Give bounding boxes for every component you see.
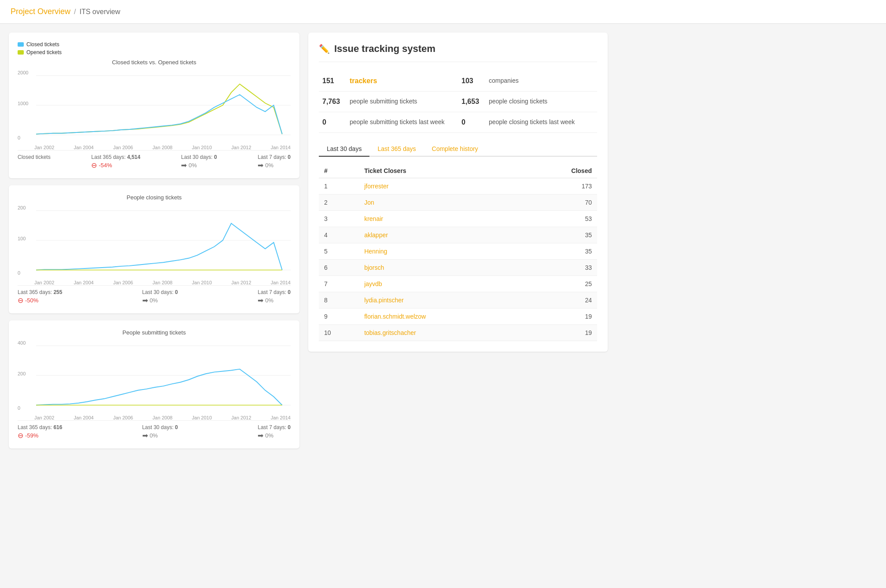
cell-closed: 53 bbox=[525, 211, 597, 227]
y-label-200: 200 bbox=[18, 205, 26, 210]
its-stat-desc-closers: people closing tickets bbox=[489, 98, 547, 105]
val-last7-submitting: 0 bbox=[288, 424, 291, 430]
its-icon: ✏️ bbox=[319, 44, 330, 54]
val-last7-tickets: 0 bbox=[288, 154, 291, 160]
closer-link[interactable]: Jon bbox=[364, 199, 374, 206]
legend-opened: Opened tickets bbox=[18, 49, 291, 55]
its-stat-closers-week: 0 people closing tickets last week bbox=[458, 112, 597, 133]
col-name: Ticket Closers bbox=[359, 164, 525, 178]
cell-rank: 6 bbox=[319, 260, 359, 276]
cell-rank: 5 bbox=[319, 243, 359, 260]
cell-name: bjorsch bbox=[359, 260, 525, 276]
cell-rank: 1 bbox=[319, 178, 359, 195]
chart-legend: Closed tickets Opened tickets bbox=[18, 41, 291, 55]
legend-closed-label: Closed tickets bbox=[26, 41, 59, 48]
arrow-down-icon: ⊖ bbox=[91, 161, 97, 169]
table-row: 8lydia.pintscher24 bbox=[319, 292, 597, 309]
y-label-0: 0 bbox=[18, 135, 20, 140]
closer-link[interactable]: krenair bbox=[364, 215, 383, 222]
cell-rank: 10 bbox=[319, 325, 359, 341]
col-rank: # bbox=[319, 164, 359, 178]
table-row: 5Henning35 bbox=[319, 243, 597, 260]
its-stat-desc-submitters: people submitting tickets bbox=[350, 98, 417, 105]
closer-link[interactable]: jforrester bbox=[364, 183, 388, 190]
arrow-neutral-icon: ➡ bbox=[181, 161, 187, 169]
table-row: 6bjorsch33 bbox=[319, 260, 597, 276]
tab-last365[interactable]: Last 365 days bbox=[369, 142, 424, 157]
cell-closed: 19 bbox=[525, 309, 597, 325]
its-title-text: Issue tracking system bbox=[334, 43, 436, 55]
its-title: ✏️ Issue tracking system bbox=[319, 43, 597, 62]
val-last7-closing: 0 bbox=[288, 289, 291, 295]
submitting-chart-card: People submitting tickets 400 200 0 Jan … bbox=[9, 320, 299, 448]
arrow-neutral-closing: ➡ bbox=[142, 296, 148, 305]
closer-link[interactable]: tobias.gritschacher bbox=[364, 329, 416, 336]
left-panel: Closed tickets Opened tickets Closed tic… bbox=[9, 33, 299, 448]
change-365-tickets: -54% bbox=[99, 162, 112, 169]
table-row: 2Jon70 bbox=[319, 195, 597, 211]
main-layout: Closed tickets Opened tickets Closed tic… bbox=[0, 24, 617, 457]
its-stat-desc-closers-week: people closing tickets last week bbox=[489, 118, 575, 125]
closer-link[interactable]: aklapper bbox=[364, 232, 388, 239]
breadcrumb-project-link[interactable]: Project Overview bbox=[11, 7, 70, 16]
arrow-down-submitting: ⊖ bbox=[18, 431, 23, 440]
its-stat-num-companies: 103 bbox=[461, 77, 484, 85]
change-30-closing: 0% bbox=[150, 297, 158, 304]
y-label-400: 400 bbox=[18, 340, 26, 345]
stat-label-closed: Closed tickets bbox=[18, 154, 51, 160]
legend-closed-dot bbox=[18, 42, 24, 47]
closer-link[interactable]: Henning bbox=[364, 248, 387, 255]
closers-header-row: # Ticket Closers Closed bbox=[319, 164, 597, 178]
its-card: ✏️ Issue tracking system 151 trackers 10… bbox=[308, 33, 608, 352]
its-stat-num-closers: 1,653 bbox=[461, 98, 484, 106]
its-stat-link-trackers[interactable]: trackers bbox=[350, 77, 377, 85]
tickets-xaxis: Jan 2002 Jan 2004 Jan 2006 Jan 2008 Jan … bbox=[18, 145, 291, 150]
cell-closed: 24 bbox=[525, 292, 597, 309]
closing-chart-card: People closing tickets 200 100 0 Jan 200… bbox=[9, 185, 299, 313]
cell-closed: 19 bbox=[525, 325, 597, 341]
cell-closed: 173 bbox=[525, 178, 597, 195]
arrow-neutral-closing-2: ➡ bbox=[258, 296, 263, 305]
val-last365-submitting: 616 bbox=[53, 424, 62, 430]
tickets-svg bbox=[36, 70, 291, 143]
tab-last30[interactable]: Last 30 days bbox=[319, 142, 369, 157]
change-365-submitting: -59% bbox=[25, 432, 38, 439]
table-row: 4aklapper35 bbox=[319, 227, 597, 243]
stat-last30-submitting: Last 30 days: 0 ➡ 0% bbox=[142, 424, 178, 440]
cell-closed: 25 bbox=[525, 276, 597, 292]
closer-link[interactable]: lydia.pintscher bbox=[364, 297, 404, 304]
arrow-neutral-submitting: ➡ bbox=[142, 431, 148, 440]
closing-svg bbox=[36, 205, 291, 278]
cell-closed: 35 bbox=[525, 227, 597, 243]
header: Project Overview / ITS overview bbox=[0, 0, 886, 24]
arrow-neutral-submitting-2: ➡ bbox=[258, 431, 263, 440]
cell-closed: 35 bbox=[525, 243, 597, 260]
val-last30-tickets: 0 bbox=[214, 154, 217, 160]
its-stat-num-trackers: 151 bbox=[322, 77, 344, 85]
table-row: 9florian.schmidt.welzow19 bbox=[319, 309, 597, 325]
closing-line bbox=[36, 224, 282, 270]
closing-xaxis: Jan 2002 Jan 2004 Jan 2006 Jan 2008 Jan … bbox=[18, 280, 291, 285]
cell-rank: 8 bbox=[319, 292, 359, 309]
y-label-1000: 1000 bbox=[18, 101, 28, 106]
y-label-2000: 2000 bbox=[18, 70, 28, 75]
its-stat-num-submitters: 7,763 bbox=[322, 98, 344, 106]
its-stat-desc-companies: companies bbox=[489, 77, 519, 84]
closer-link[interactable]: jayvdb bbox=[364, 280, 382, 287]
cell-name: Jon bbox=[359, 195, 525, 211]
closers-table-head: # Ticket Closers Closed bbox=[319, 164, 597, 178]
stat-last7-tickets: Last 7 days: 0 ➡ 0% bbox=[258, 154, 291, 169]
closer-link[interactable]: florian.schmidt.welzow bbox=[364, 313, 426, 320]
arrow-neutral-icon-2: ➡ bbox=[258, 161, 263, 169]
val-last365-closing: 255 bbox=[53, 289, 62, 295]
tab-complete[interactable]: Complete history bbox=[424, 142, 486, 157]
closer-link[interactable]: bjorsch bbox=[364, 264, 384, 271]
change-30-submitting: 0% bbox=[150, 432, 158, 439]
cell-name: tobias.gritschacher bbox=[359, 325, 525, 341]
legend-opened-dot bbox=[18, 50, 24, 55]
submitting-stats: Last 365 days: 616 ⊖ -59% Last 30 days: … bbox=[18, 420, 291, 440]
change-30-tickets: 0% bbox=[188, 162, 197, 169]
cell-name: lydia.pintscher bbox=[359, 292, 525, 309]
closers-tbody: 1jforrester1732Jon703krenair534aklapper3… bbox=[319, 178, 597, 341]
cell-rank: 3 bbox=[319, 211, 359, 227]
